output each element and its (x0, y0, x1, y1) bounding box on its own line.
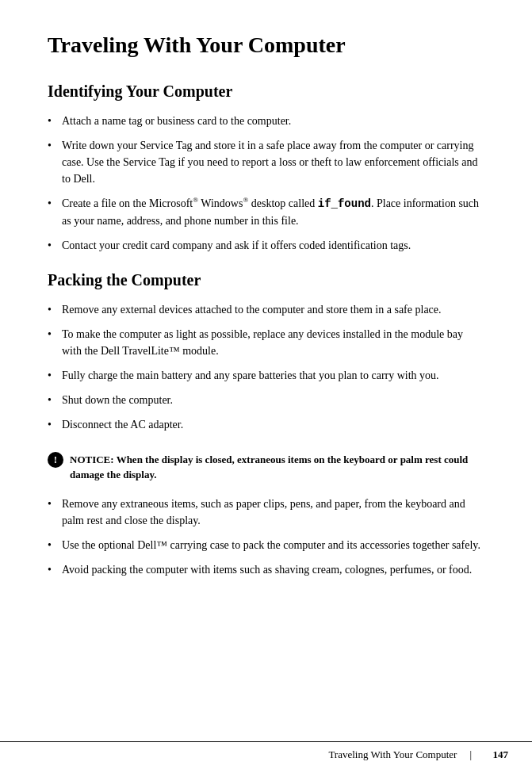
bullet-icon: • (48, 392, 62, 408)
list-item: • To make the computer as light as possi… (48, 326, 484, 359)
section-packing-heading: Packing the Computer (48, 270, 484, 290)
list-item-text: Avoid packing the computer with items su… (62, 561, 484, 578)
list-item: • Attach a name tag or business card to … (48, 113, 484, 129)
list-item: • Remove any external devices attached t… (48, 301, 484, 318)
list-item-text: Use the optional Dell™ carrying case to … (62, 537, 484, 553)
list-item-text: Fully charge the main battery and any sp… (62, 367, 484, 384)
packing-list-1: • Remove any external devices attached t… (48, 301, 484, 433)
bullet-icon: • (48, 416, 62, 433)
footer-page-number: 147 (477, 748, 508, 761)
notice-text: NOTICE: When the display is closed, extr… (70, 452, 484, 483)
section-identifying-heading: Identifying Your Computer (48, 81, 484, 101)
bullet-icon: • (48, 561, 62, 578)
notice-icon (48, 452, 63, 468)
list-item-text: To make the computer as light as possibl… (62, 326, 484, 359)
bullet-icon: • (48, 326, 62, 343)
list-item-text: Remove any extraneous items, such as pap… (62, 496, 484, 529)
list-item: • Disconnect the AC adapter. (48, 416, 484, 433)
list-item-text: Write down your Service Tag and store it… (62, 137, 484, 187)
list-item: • Shut down the computer. (48, 392, 484, 408)
packing-list-2: • Remove any extraneous items, such as p… (48, 496, 484, 578)
list-item: • Write down your Service Tag and store … (48, 137, 484, 187)
footer-label: Traveling With Your Computer (24, 748, 457, 761)
list-item-text: Shut down the computer. (62, 392, 484, 408)
list-item-text: Remove any external devices attached to … (62, 301, 484, 318)
identifying-list: • Attach a name tag or business card to … (48, 113, 484, 254)
bullet-icon: • (48, 195, 62, 212)
bullet-icon: • (48, 496, 62, 512)
list-item: • Remove any extraneous items, such as p… (48, 496, 484, 529)
bullet-icon: • (48, 237, 62, 254)
notice-label: NOTICE: (70, 454, 114, 465)
bullet-icon: • (48, 137, 62, 154)
bullet-icon: • (48, 537, 62, 553)
page-title: Traveling With Your Computer (48, 32, 484, 59)
list-item-text: Disconnect the AC adapter. (62, 416, 484, 433)
list-item: • Use the optional Dell™ carrying case t… (48, 537, 484, 553)
page-content: Traveling With Your Computer Identifying… (0, 0, 532, 657)
list-item: • Fully charge the main battery and any … (48, 367, 484, 384)
bullet-icon: • (48, 301, 62, 318)
page-footer: Traveling With Your Computer | 147 (0, 741, 532, 761)
notice-box: NOTICE: When the display is closed, extr… (48, 449, 484, 486)
list-item: • Create a file on the Microsoft® Window… (48, 195, 484, 229)
notice-body: When the display is closed, extraneous i… (70, 454, 468, 481)
footer-divider: | (469, 748, 472, 761)
list-item: • Contact your credit card company and a… (48, 237, 484, 254)
list-item: • Avoid packing the computer with items … (48, 561, 484, 578)
list-item-text: Create a file on the Microsoft® Windows®… (62, 195, 484, 229)
bullet-icon: • (48, 113, 62, 129)
list-item-text: Attach a name tag or business card to th… (62, 113, 484, 129)
list-item-text: Contact your credit card company and ask… (62, 237, 484, 254)
bullet-icon: • (48, 367, 62, 384)
